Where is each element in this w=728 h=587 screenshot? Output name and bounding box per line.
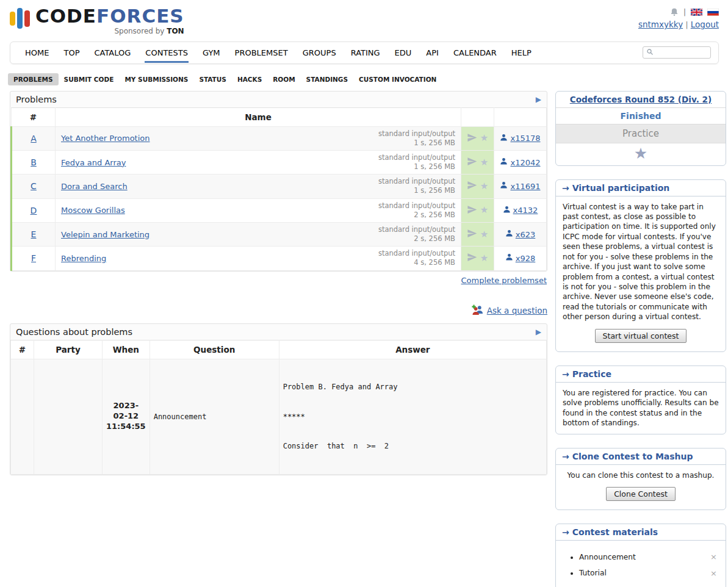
favorite-star-icon[interactable]: ★: [634, 145, 647, 162]
subnav-item-my-submissions[interactable]: MY SUBMISSIONS: [119, 73, 193, 85]
clone-contest-button[interactable]: Clone Contest: [606, 487, 676, 501]
favorite-star-icon[interactable]: ★: [480, 206, 488, 215]
problem-row: C Dora and Search standard input/output1…: [12, 175, 547, 198]
logo-code-text: CODE: [35, 5, 96, 27]
nav-item-rating[interactable]: RATING: [344, 43, 387, 63]
user-separator: |: [685, 21, 688, 29]
problem-name-link[interactable]: Dora and Search: [61, 182, 128, 191]
problem-name-link[interactable]: Fedya and Array: [61, 158, 126, 167]
subnav-item-standings[interactable]: STANDINGS: [301, 73, 353, 85]
nav-item-top[interactable]: TOP: [56, 43, 87, 63]
problem-index-link[interactable]: D: [31, 206, 37, 215]
favorite-star-icon[interactable]: ★: [480, 182, 488, 191]
virtual-button-row: Start virtual contest: [563, 329, 719, 343]
question-when-cell: 2023-02-12 11:54:55: [103, 359, 150, 474]
person-icon: [500, 134, 508, 143]
solved-count-text: x15178: [510, 134, 540, 143]
close-icon[interactable]: ×: [710, 552, 717, 563]
question-row: 2023-02-12 11:54:55 Announcement Problem…: [11, 359, 547, 474]
search-input[interactable]: [656, 48, 707, 57]
paper-plane-icon[interactable]: [467, 252, 477, 264]
problem-index-link[interactable]: B: [31, 157, 37, 167]
contest-title-link[interactable]: Codeforces Round 852 (Div. 2): [570, 95, 712, 104]
favorite-star-icon[interactable]: ★: [480, 254, 488, 263]
contest-materials-body: Announcement × Tutorial ×: [556, 541, 726, 587]
solved-count-link[interactable]: x11691: [500, 181, 540, 191]
nav-item-edu[interactable]: EDU: [387, 43, 419, 63]
nav-item-contests[interactable]: CONTESTS: [138, 43, 195, 63]
solved-count-link[interactable]: x623: [505, 229, 536, 239]
problem-name-link[interactable]: Yet Another Promotion: [61, 134, 150, 143]
person-icon: [500, 181, 508, 191]
io-type-label: standard input/output: [378, 225, 455, 234]
virtual-participation-title: Virtual participation: [572, 183, 670, 193]
nav-item-catalog[interactable]: CATALOG: [87, 43, 138, 63]
nav-item-api[interactable]: API: [419, 43, 446, 63]
paper-plane-icon[interactable]: [467, 228, 477, 240]
solved-count-link[interactable]: x12042: [500, 157, 540, 167]
questions-table: Questions about problems ▶ # Party When …: [10, 323, 547, 475]
favorite-star-icon[interactable]: ★: [480, 158, 488, 167]
subnav-item-status[interactable]: STATUS: [193, 73, 231, 85]
problem-name-link[interactable]: Moscow Gorillas: [61, 206, 125, 215]
notification-bell-icon[interactable]: [670, 7, 679, 16]
nav-item-calendar[interactable]: CALENDAR: [446, 43, 504, 63]
expand-arrow-icon[interactable]: ▶: [536, 95, 541, 104]
solved-count-link[interactable]: x928: [505, 253, 536, 263]
person-icon: [505, 229, 513, 239]
question-date: 2023-02-12: [106, 401, 146, 422]
paper-plane-icon[interactable]: [467, 180, 477, 192]
favorite-star-icon[interactable]: ★: [480, 230, 488, 239]
expand-arrow-icon[interactable]: ▶: [536, 328, 541, 336]
complete-problemset-link[interactable]: Complete problemset: [461, 276, 547, 285]
problem-index-link[interactable]: E: [31, 229, 37, 239]
subnav-item-room[interactable]: ROOM: [267, 73, 300, 85]
arrow-right-icon: →: [562, 452, 569, 461]
nav-item-catalog-label: CATALOG: [93, 43, 131, 63]
problem-index-link[interactable]: A: [31, 134, 37, 143]
username-link[interactable]: sntmxykky: [638, 20, 683, 29]
russian-flag-icon[interactable]: [707, 9, 719, 16]
sponsored-by-text: Sponsored by: [114, 27, 167, 35]
subnav-item-custom-invocation[interactable]: CUSTOM INVOCATION: [353, 73, 442, 85]
language-row: |: [670, 7, 719, 16]
logout-link[interactable]: Logout: [691, 20, 719, 29]
contest-subnav: PROBLEMS SUBMIT CODE MY SUBMISSIONS STAT…: [8, 73, 719, 85]
nav-item-problemset[interactable]: PROBLEMSET: [228, 43, 295, 63]
material-announcement-link[interactable]: Announcement: [579, 552, 636, 563]
solved-count-link[interactable]: x15178: [500, 134, 540, 143]
material-tutorial-link[interactable]: Tutorial: [579, 568, 607, 578]
nav-item-home[interactable]: HOME: [18, 43, 56, 63]
nav-item-help[interactable]: HELP: [504, 43, 539, 63]
subnav-item-hacks[interactable]: HACKS: [232, 73, 267, 85]
paper-plane-icon[interactable]: [467, 156, 477, 168]
subnav-item-problems[interactable]: PROBLEMS: [8, 73, 59, 85]
nav-item-api-label: API: [425, 43, 439, 63]
ask-question-link[interactable]: Ask a question: [487, 306, 547, 315]
questions-caption-bar: Questions about problems ▶: [10, 324, 547, 340]
nav-item-groups[interactable]: GROUPS: [295, 43, 344, 63]
codeforces-logo[interactable]: CODEFORCES Sponsored by TON: [10, 6, 184, 35]
clone-mashup-text: You can clone this contest to a mashup.: [563, 470, 719, 480]
close-icon[interactable]: ×: [710, 568, 717, 579]
problem-name-link[interactable]: Velepin and Marketing: [61, 230, 150, 239]
paper-plane-icon[interactable]: [467, 132, 477, 145]
problem-index-link[interactable]: F: [31, 253, 36, 263]
english-flag-icon[interactable]: [691, 9, 702, 16]
subnav-item-submit-code[interactable]: SUBMIT CODE: [59, 73, 120, 85]
virtual-participation-text: Virtual contest is a way to take part in…: [563, 202, 719, 322]
problem-index-link[interactable]: C: [31, 181, 37, 191]
col-header-actions: [461, 107, 494, 126]
contest-materials-header: →Contest materials: [556, 524, 726, 541]
search-box[interactable]: [643, 46, 711, 59]
virtual-participation-body: Virtual contest is a way to take part in…: [556, 196, 726, 351]
questions-col-question: Question: [150, 340, 279, 359]
start-virtual-contest-button[interactable]: Start virtual contest: [595, 329, 687, 343]
solved-count-link[interactable]: x4132: [503, 206, 538, 215]
practice-text: You are registered for practice. You can…: [563, 388, 719, 428]
questions-col-when: When: [103, 340, 150, 359]
favorite-star-icon[interactable]: ★: [480, 134, 488, 143]
paper-plane-icon[interactable]: [467, 204, 477, 217]
problem-name-link[interactable]: Rebrending: [61, 254, 106, 263]
nav-item-gym[interactable]: GYM: [195, 43, 228, 63]
